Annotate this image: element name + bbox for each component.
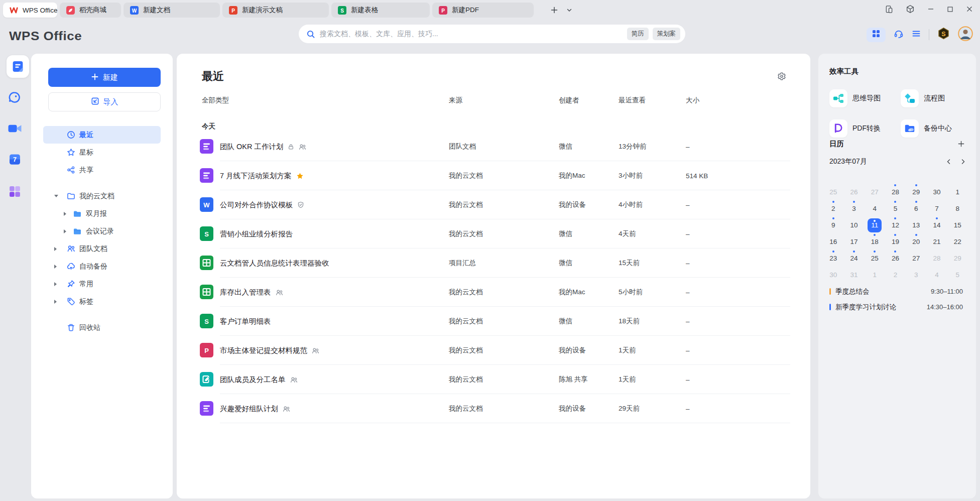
calendar-day[interactable]: 10 bbox=[843, 217, 864, 233]
filter-dropdown[interactable]: 创建者 bbox=[559, 96, 582, 105]
calendar-day[interactable]: 23 bbox=[823, 250, 843, 267]
app-tab[interactable]: P 新建演示文稿 bbox=[222, 3, 329, 18]
apps-grid-button[interactable] bbox=[867, 28, 886, 42]
tool-item[interactable]: 备份中心 bbox=[901, 119, 966, 138]
filter-dropdown[interactable]: 最近查看 bbox=[619, 96, 649, 105]
calendar-day[interactable]: 27 bbox=[865, 184, 885, 200]
calendar-day[interactable]: 25 bbox=[823, 184, 843, 200]
app-tab[interactable]: P 新建PDF bbox=[432, 3, 534, 18]
calendar-day[interactable]: 30 bbox=[823, 267, 843, 283]
phone-mirror-button[interactable] bbox=[885, 5, 893, 16]
app-rail-item[interactable] bbox=[0, 122, 29, 135]
support-button[interactable] bbox=[894, 29, 904, 41]
app-rail-item-active[interactable] bbox=[7, 55, 29, 78]
app-tab[interactable]: W 新建文档 bbox=[124, 3, 220, 18]
sidebar-item-星标[interactable]: 星标 bbox=[43, 144, 161, 161]
tool-item[interactable]: 流程图 bbox=[901, 89, 966, 107]
calendar-day[interactable]: 21 bbox=[926, 233, 947, 250]
file-row[interactable]: P 市场主体登记提交材料规范 我的云文档 我的设备 1天前 – bbox=[177, 336, 810, 365]
calendar-day[interactable]: 15 bbox=[947, 217, 968, 233]
calendar-day[interactable]: 12 bbox=[885, 217, 906, 233]
file-row[interactable]: W 公司对外合作协议模板 我的云文档 我的设备 4小时前 – bbox=[177, 190, 810, 219]
expand-caret[interactable] bbox=[64, 212, 71, 216]
menu-button[interactable] bbox=[912, 30, 921, 40]
sidebar-item-常用[interactable]: 常用 bbox=[43, 275, 161, 293]
calendar-day[interactable]: 30 bbox=[926, 184, 947, 200]
calendar-event[interactable]: 季度总结会 9:30–11:00 bbox=[829, 284, 963, 299]
calendar-day[interactable]: 5 bbox=[885, 200, 906, 217]
expand-caret[interactable] bbox=[54, 282, 61, 286]
new-button[interactable]: 新建 bbox=[48, 68, 161, 87]
file-row[interactable]: S 营销小组业绩分析报告 我的云文档 微信 4天前 – bbox=[177, 219, 810, 248]
app-rail-item[interactable]: 7 bbox=[0, 153, 29, 166]
new-tab-button[interactable] bbox=[550, 6, 558, 14]
import-button[interactable]: 导入 bbox=[48, 92, 161, 111]
sidebar-item-团队文档[interactable]: 团队文档 bbox=[43, 240, 161, 258]
calendar-day[interactable]: 2 bbox=[885, 267, 906, 283]
close-button[interactable] bbox=[966, 6, 973, 15]
sidebar-item-会议记录[interactable]: 会议记录 bbox=[43, 222, 161, 240]
app-tab[interactable]: WPS Office bbox=[3, 3, 57, 18]
filter-dropdown[interactable]: 来源 bbox=[449, 96, 465, 105]
app-rail-item[interactable] bbox=[0, 91, 29, 104]
sidebar-item-双月报[interactable]: 双月报 bbox=[43, 205, 161, 222]
calendar-day[interactable]: 11 bbox=[865, 217, 885, 233]
expand-caret[interactable] bbox=[54, 300, 61, 304]
file-row[interactable]: 团队成员及分工名单 我的云文档 陈旭 共享 1天前 – bbox=[177, 365, 810, 394]
calendar-day[interactable]: 6 bbox=[906, 200, 926, 217]
sidebar-item-我的云文档[interactable]: 我的云文档 bbox=[43, 187, 161, 205]
calendar-day[interactable]: 28 bbox=[885, 184, 906, 200]
calendar-day[interactable]: 13 bbox=[906, 217, 926, 233]
sidebar-item-自动备份[interactable]: 自动备份 bbox=[43, 258, 161, 275]
list-settings-button[interactable] bbox=[777, 72, 786, 83]
search-hot-tag[interactable]: 简历 bbox=[627, 28, 649, 40]
app-rail-item[interactable] bbox=[0, 185, 29, 198]
sidebar-item-回收站[interactable]: 回收站 bbox=[43, 319, 161, 336]
calendar-day[interactable]: 26 bbox=[843, 184, 864, 200]
maximize-button[interactable] bbox=[947, 6, 953, 15]
prev-month-button[interactable] bbox=[946, 159, 952, 165]
workspace-cube-button[interactable] bbox=[906, 5, 915, 16]
calendar-day[interactable]: 2 bbox=[823, 200, 843, 217]
sidebar-item-最近[interactable]: 最近 bbox=[43, 126, 161, 144]
calendar-day[interactable]: 24 bbox=[843, 250, 864, 267]
file-row[interactable]: 兴趣爱好组队计划 我的云文档 我的设备 29天前 – bbox=[177, 394, 810, 423]
calendar-day[interactable]: 28 bbox=[926, 250, 947, 267]
calendar-day[interactable]: 14 bbox=[926, 217, 947, 233]
calendar-day[interactable]: 29 bbox=[947, 250, 968, 267]
member-badge[interactable]: S bbox=[937, 27, 950, 43]
calendar-day[interactable]: 17 bbox=[843, 233, 864, 250]
file-row[interactable]: 团队 OKR 工作计划 团队文档 微信 13分钟前 – bbox=[177, 132, 810, 161]
calendar-day[interactable]: 4 bbox=[865, 200, 885, 217]
search-hot-tag[interactable]: 策划案 bbox=[653, 28, 681, 40]
calendar-day[interactable]: 29 bbox=[906, 184, 926, 200]
calendar-day[interactable]: 27 bbox=[906, 250, 926, 267]
calendar-day[interactable]: 1 bbox=[947, 184, 968, 200]
tab-list-dropdown[interactable] bbox=[566, 7, 572, 13]
tool-item[interactable]: 思维导图 bbox=[829, 89, 901, 107]
filter-dropdown[interactable]: 全部类型 bbox=[202, 96, 232, 105]
add-event-button[interactable] bbox=[957, 140, 965, 148]
minimize-button[interactable] bbox=[927, 6, 934, 15]
file-row[interactable]: 云文档管人员信息统计表理器验收 项目汇总 微信 15天前 – bbox=[177, 248, 810, 278]
calendar-day[interactable]: 5 bbox=[947, 267, 968, 283]
user-avatar[interactable] bbox=[958, 26, 973, 43]
calendar-day[interactable]: 16 bbox=[823, 233, 843, 250]
file-row[interactable]: 库存出入管理表 我的云文档 我的Mac 5小时前 – bbox=[177, 278, 810, 307]
calendar-day[interactable]: 3 bbox=[906, 267, 926, 283]
sidebar-item-标签[interactable]: 标签 bbox=[43, 293, 161, 310]
calendar-day[interactable]: 19 bbox=[885, 233, 906, 250]
sidebar-item-共享[interactable]: 共享 bbox=[43, 161, 161, 179]
app-tab[interactable]: S 新建表格 bbox=[331, 3, 430, 18]
app-tab[interactable]: 稻壳商城 bbox=[60, 3, 121, 18]
calendar-day[interactable]: 1 bbox=[865, 267, 885, 283]
file-row[interactable]: 7 月线下活动策划方案 我的云文档 我的Mac 3小时前 514 KB bbox=[177, 161, 810, 190]
calendar-day[interactable]: 20 bbox=[906, 233, 926, 250]
calendar-day[interactable]: 31 bbox=[843, 267, 864, 283]
calendar-day[interactable]: 18 bbox=[865, 233, 885, 250]
calendar-day[interactable]: 26 bbox=[885, 250, 906, 267]
calendar-day[interactable]: 4 bbox=[926, 267, 947, 283]
file-row[interactable]: S 客户订单明细表 我的云文档 微信 18天前 – bbox=[177, 307, 810, 336]
calendar-day[interactable]: 25 bbox=[865, 250, 885, 267]
search-bar[interactable]: 搜索文档、模板、文库、应用、技巧... 简历策划案 bbox=[299, 25, 685, 43]
